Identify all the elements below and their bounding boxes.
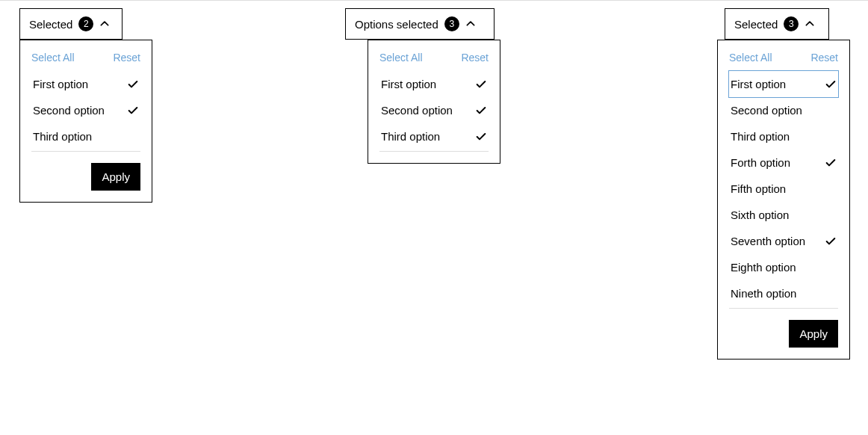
check-icon bbox=[825, 131, 837, 143]
dropdown-options-selected: Options selected 3 Select All Reset Firs… bbox=[345, 8, 500, 164]
chevron-up-icon bbox=[99, 19, 110, 29]
option-item[interactable]: Eighth option bbox=[729, 254, 838, 280]
option-label: Second option bbox=[381, 104, 453, 117]
option-label: Second option bbox=[731, 104, 802, 117]
panel-actions: Select All Reset bbox=[31, 52, 140, 64]
option-item[interactable]: Nineth option bbox=[729, 280, 838, 306]
option-item[interactable]: Fifth option bbox=[729, 176, 838, 202]
option-item[interactable]: Second option bbox=[31, 97, 140, 123]
options-list: First optionSecond optionThird option bbox=[31, 71, 140, 152]
select-all-link[interactable]: Select All bbox=[31, 52, 75, 64]
option-item[interactable]: First option bbox=[31, 71, 140, 97]
dropdown-selected-1: Selected 2 Select All Reset First option… bbox=[19, 8, 152, 203]
check-icon bbox=[825, 78, 837, 90]
option-label: Forth option bbox=[731, 156, 790, 169]
option-label: Second option bbox=[33, 104, 105, 117]
check-icon bbox=[825, 183, 837, 195]
check-icon bbox=[127, 131, 139, 143]
apply-button[interactable]: Apply bbox=[91, 163, 140, 191]
option-item[interactable]: Second option bbox=[379, 97, 489, 123]
reset-link[interactable]: Reset bbox=[810, 52, 838, 64]
dropdown-label: Selected bbox=[734, 18, 778, 31]
option-label: Third option bbox=[33, 130, 92, 143]
dropdown-toggle[interactable]: Selected 2 bbox=[19, 8, 123, 40]
check-icon bbox=[825, 288, 837, 300]
check-icon bbox=[825, 262, 837, 274]
option-label: Third option bbox=[381, 130, 440, 143]
option-label: Eighth option bbox=[731, 261, 796, 274]
reset-link[interactable]: Reset bbox=[461, 52, 489, 64]
check-icon bbox=[475, 131, 487, 143]
chevron-up-icon bbox=[805, 19, 815, 29]
select-all-link[interactable]: Select All bbox=[379, 52, 423, 64]
dropdown-panel: Select All Reset First optionSecond opti… bbox=[368, 40, 500, 164]
check-icon bbox=[127, 78, 139, 90]
count-badge: 2 bbox=[78, 16, 93, 31]
check-icon bbox=[825, 209, 837, 221]
option-label: First option bbox=[33, 78, 88, 90]
count-badge: 3 bbox=[444, 16, 459, 31]
option-label: Seventh option bbox=[731, 235, 805, 247]
reset-link[interactable]: Reset bbox=[113, 52, 140, 64]
option-label: Sixth option bbox=[731, 209, 789, 221]
check-icon bbox=[475, 105, 487, 117]
option-item[interactable]: Third option bbox=[31, 123, 140, 149]
apply-button[interactable]: Apply bbox=[789, 320, 838, 348]
option-label: First option bbox=[731, 78, 786, 90]
option-label: Third option bbox=[731, 130, 790, 143]
dropdown-panel: Select All Reset First optionSecond opti… bbox=[19, 40, 152, 203]
dropdown-panel: Select All Reset First optionSecond opti… bbox=[717, 40, 850, 360]
option-label: Nineth option bbox=[731, 287, 796, 300]
panel-footer: Apply bbox=[31, 163, 140, 191]
options-list: First optionSecond optionThird option bbox=[379, 71, 489, 152]
panel-actions: Select All Reset bbox=[379, 52, 489, 64]
dropdown-toggle[interactable]: Options selected 3 bbox=[345, 8, 495, 40]
panel-actions: Select All Reset bbox=[729, 52, 838, 64]
option-item[interactable]: Sixth option bbox=[729, 202, 838, 228]
option-label: Fifth option bbox=[731, 182, 786, 195]
check-icon bbox=[825, 157, 837, 169]
option-item[interactable]: Seventh option bbox=[729, 228, 838, 254]
option-item[interactable]: First option bbox=[379, 71, 489, 97]
option-item[interactable]: Second option bbox=[729, 97, 838, 123]
dropdown-toggle[interactable]: Selected 3 bbox=[725, 8, 829, 40]
check-icon bbox=[475, 78, 487, 90]
option-label: First option bbox=[381, 78, 436, 90]
panel-footer: Apply bbox=[729, 320, 838, 348]
dropdown-label: Options selected bbox=[355, 18, 438, 31]
option-item[interactable]: First option bbox=[729, 71, 838, 97]
options-list: First optionSecond optionThird optionFor… bbox=[729, 71, 838, 309]
dropdown-label: Selected bbox=[29, 18, 72, 31]
count-badge: 3 bbox=[784, 16, 799, 31]
option-item[interactable]: Third option bbox=[379, 123, 489, 149]
check-icon bbox=[825, 235, 837, 247]
check-icon bbox=[127, 105, 139, 117]
option-item[interactable]: Third option bbox=[729, 123, 838, 149]
select-all-link[interactable]: Select All bbox=[729, 52, 772, 64]
dropdown-selected-3: Selected 3 Select All Reset First option… bbox=[717, 8, 850, 360]
chevron-up-icon bbox=[465, 19, 476, 29]
check-icon bbox=[825, 105, 837, 117]
option-item[interactable]: Forth option bbox=[729, 149, 838, 176]
